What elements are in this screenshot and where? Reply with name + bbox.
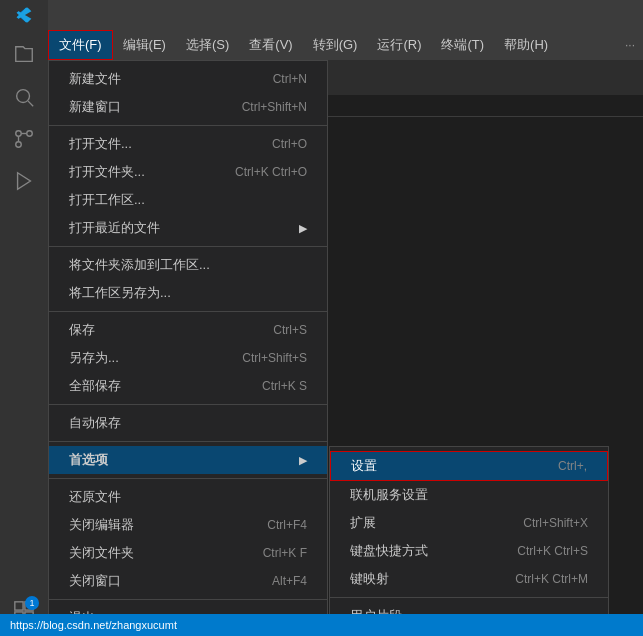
- close-editor-label: 关闭编辑器: [69, 516, 134, 534]
- menu-new-window[interactable]: 新建窗口 Ctrl+Shift+N: [49, 93, 327, 121]
- menu-terminal[interactable]: 终端(T): [431, 30, 494, 60]
- menu-auto-save[interactable]: 自动保存: [49, 409, 327, 437]
- svg-rect-8: [15, 602, 23, 610]
- svg-point-2: [16, 131, 22, 137]
- keymaps-shortcut: Ctrl+K Ctrl+M: [515, 572, 588, 586]
- keyboard-shortcuts-shortcut: Ctrl+K Ctrl+S: [517, 544, 588, 558]
- save-all-shortcut: Ctrl+K S: [262, 379, 307, 393]
- menu-close-window[interactable]: 关闭窗口 Alt+F4: [49, 567, 327, 595]
- activity-bar: 1: [0, 30, 48, 636]
- svg-marker-7: [18, 173, 31, 190]
- close-folder-label: 关闭文件夹: [69, 544, 134, 562]
- sep7: [49, 599, 327, 600]
- menu-help[interactable]: 帮助(H): [494, 30, 558, 60]
- svg-point-4: [27, 131, 33, 137]
- menu-select[interactable]: 选择(S): [176, 30, 239, 60]
- menu-recent[interactable]: 打开最近的文件 ▶: [49, 214, 327, 242]
- new-file-label: 新建文件: [69, 70, 121, 88]
- url-hint: https://blog.csdn.net/zhangxucumt: [10, 619, 177, 631]
- submenu-keymaps[interactable]: 键映射 Ctrl+K Ctrl+M: [330, 565, 608, 593]
- submenu-sep1: [330, 597, 608, 598]
- source-control-icon[interactable]: [7, 122, 41, 156]
- preferences-label: 首选项: [69, 451, 108, 469]
- menu-bar: 文件(F) 编辑(E) 选择(S) 查看(V) 转到(G) 运行(R) 终端(T…: [48, 30, 643, 60]
- menu-open-workspace[interactable]: 打开工作区...: [49, 186, 327, 214]
- title-bar: [0, 0, 643, 30]
- file-dropdown-menu: 新建文件 Ctrl+N 新建窗口 Ctrl+Shift+N 打开文件... Ct…: [48, 60, 328, 636]
- menu-save[interactable]: 保存 Ctrl+S: [49, 316, 327, 344]
- svg-point-0: [17, 90, 30, 103]
- open-workspace-label: 打开工作区...: [69, 191, 145, 209]
- menu-revert[interactable]: 还原文件: [49, 483, 327, 511]
- menu-run[interactable]: 运行(R): [367, 30, 431, 60]
- debug-icon[interactable]: [7, 164, 41, 198]
- svg-point-3: [16, 142, 22, 148]
- settings-shortcut: Ctrl+,: [558, 459, 587, 473]
- vscode-logo: [16, 7, 32, 23]
- menu-open-file[interactable]: 打开文件... Ctrl+O: [49, 130, 327, 158]
- sep3: [49, 311, 327, 312]
- open-file-label: 打开文件...: [69, 135, 132, 153]
- new-file-shortcut: Ctrl+N: [273, 72, 307, 86]
- menu-preferences[interactable]: 首选项 ▶ 设置 Ctrl+, 联机服务设置 扩展 Ctrl+Shift+X 键…: [49, 446, 327, 474]
- svg-line-1: [28, 101, 33, 106]
- keyboard-shortcuts-label: 键盘快捷方式: [350, 542, 428, 560]
- menu-save-all[interactable]: 全部保存 Ctrl+K S: [49, 372, 327, 400]
- menu-file[interactable]: 文件(F): [48, 30, 113, 60]
- save-all-label: 全部保存: [69, 377, 121, 395]
- close-editor-shortcut: Ctrl+F4: [267, 518, 307, 532]
- menu-view[interactable]: 查看(V): [239, 30, 302, 60]
- menu-save-as[interactable]: 另存为... Ctrl+Shift+S: [49, 344, 327, 372]
- add-folder-label: 将文件夹添加到工作区...: [69, 256, 210, 274]
- extensions-badge: 1: [25, 596, 39, 610]
- submenu-extensions-label: 扩展: [350, 514, 376, 532]
- files-icon[interactable]: [7, 38, 41, 72]
- sep4: [49, 404, 327, 405]
- save-as-shortcut: Ctrl+Shift+S: [242, 351, 307, 365]
- revert-label: 还原文件: [69, 488, 121, 506]
- menu-save-workspace[interactable]: 将工作区另存为...: [49, 279, 327, 307]
- submenu-keyboard-shortcuts[interactable]: 键盘快捷方式 Ctrl+K Ctrl+S: [330, 537, 608, 565]
- menu-edit[interactable]: 编辑(E): [113, 30, 176, 60]
- menu-close-editor[interactable]: 关闭编辑器 Ctrl+F4: [49, 511, 327, 539]
- new-window-shortcut: Ctrl+Shift+N: [242, 100, 307, 114]
- submenu-online-services[interactable]: 联机服务设置: [330, 481, 608, 509]
- recent-arrow: ▶: [299, 222, 307, 235]
- keymaps-label: 键映射: [350, 570, 389, 588]
- dots-icon: ···: [625, 38, 635, 52]
- close-folder-shortcut: Ctrl+K F: [263, 546, 307, 560]
- recent-label: 打开最近的文件: [69, 219, 160, 237]
- preferences-arrow: ▶: [299, 454, 307, 467]
- submenu-extensions-shortcut: Ctrl+Shift+X: [523, 516, 588, 530]
- menu-open-folder[interactable]: 打开文件夹... Ctrl+K Ctrl+O: [49, 158, 327, 186]
- menu-goto[interactable]: 转到(G): [303, 30, 368, 60]
- open-folder-label: 打开文件夹...: [69, 163, 145, 181]
- submenu-extensions[interactable]: 扩展 Ctrl+Shift+X: [330, 509, 608, 537]
- submenu-settings[interactable]: 设置 Ctrl+,: [330, 451, 608, 481]
- auto-save-label: 自动保存: [69, 414, 121, 432]
- sep5: [49, 441, 327, 442]
- save-shortcut: Ctrl+S: [273, 323, 307, 337]
- save-workspace-label: 将工作区另存为...: [69, 284, 171, 302]
- online-services-label: 联机服务设置: [350, 486, 428, 504]
- open-file-shortcut: Ctrl+O: [272, 137, 307, 151]
- save-label: 保存: [69, 321, 95, 339]
- close-window-label: 关闭窗口: [69, 572, 121, 590]
- preferences-submenu: 设置 Ctrl+, 联机服务设置 扩展 Ctrl+Shift+X 键盘快捷方式 …: [329, 446, 609, 636]
- new-window-label: 新建窗口: [69, 98, 121, 116]
- settings-label: 设置: [351, 457, 377, 475]
- status-bar: https://blog.csdn.net/zhangxucumt: [0, 614, 643, 636]
- search-icon[interactable]: [7, 80, 41, 114]
- menu-close-folder[interactable]: 关闭文件夹 Ctrl+K F: [49, 539, 327, 567]
- sep6: [49, 478, 327, 479]
- close-window-shortcut: Alt+F4: [272, 574, 307, 588]
- sep2: [49, 246, 327, 247]
- open-folder-shortcut: Ctrl+K Ctrl+O: [235, 165, 307, 179]
- menu-new-file[interactable]: 新建文件 Ctrl+N: [49, 65, 327, 93]
- sep1: [49, 125, 327, 126]
- menu-add-folder[interactable]: 将文件夹添加到工作区...: [49, 251, 327, 279]
- save-as-label: 另存为...: [69, 349, 119, 367]
